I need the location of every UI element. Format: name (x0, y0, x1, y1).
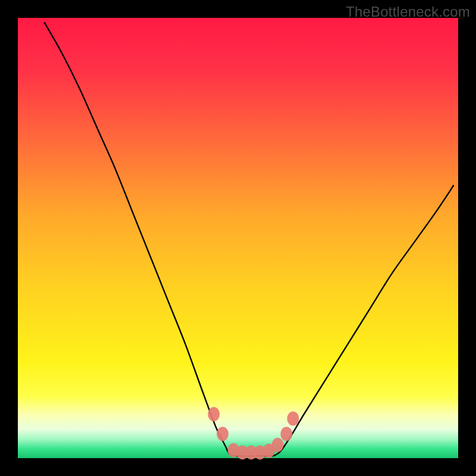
data-marker (280, 427, 292, 441)
chart-svg (0, 0, 476, 476)
data-marker (217, 427, 228, 441)
watermark-text: TheBottleneck.com (346, 4, 470, 20)
chart-frame: TheBottleneck.com (0, 0, 476, 476)
data-marker (287, 411, 299, 425)
plot-background (18, 18, 458, 458)
data-marker (208, 407, 220, 421)
data-marker (272, 438, 284, 452)
